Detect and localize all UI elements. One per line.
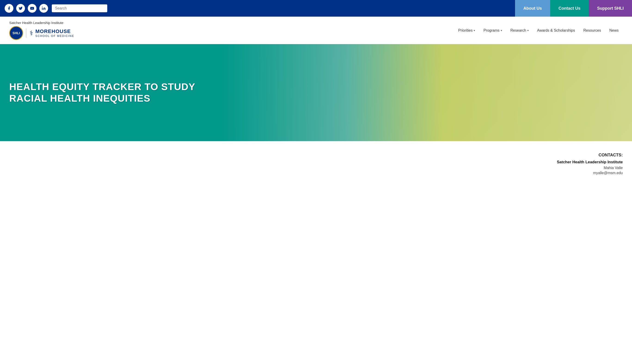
nav-research[interactable]: Research ▾ [506, 26, 533, 34]
about-us-button[interactable]: About Us [515, 0, 550, 17]
facebook-icon[interactable] [5, 4, 14, 13]
morehouse-sub: SCHOOL OF MEDICINE [35, 34, 74, 38]
chevron-down-icon: ▾ [527, 29, 529, 32]
contacts-email: myalle@msm.edu [535, 171, 623, 175]
morehouse-text-group: MOREHOUSE SCHOOL OF MEDICINE [35, 28, 74, 38]
nav-awards-scholarships[interactable]: Awards & Scholarships [533, 26, 579, 34]
contacts-org: Satcher Health Leadership Institute [535, 160, 623, 164]
linkedin-icon[interactable] [39, 4, 48, 13]
logo-area: Satcher Health Leadership Institute SHLI… [9, 21, 74, 40]
contacts-block: CONTACTS: Satcher Health Leadership Inst… [535, 153, 623, 175]
morehouse-caduceus-icon: ⚕ [30, 29, 33, 37]
logo-combined: SHLI ⚕ MOREHOUSE SCHOOL OF MEDICINE [9, 26, 74, 40]
hero-content: HEALTH EQUITY TRACKER TO STUDY RACIAL HE… [0, 81, 226, 104]
svg-point-2 [42, 7, 43, 8]
main-nav: Priorities ▾ Programs ▾ Research ▾ Award… [454, 26, 623, 34]
top-bar: About Us Contact Us Support SHLI [0, 0, 632, 17]
hero-section: HEALTH EQUITY TRACKER TO STUDY RACIAL HE… [0, 44, 632, 141]
nav-resources[interactable]: Resources [579, 26, 605, 34]
shli-badge: SHLI [9, 26, 23, 40]
top-bar-buttons: About Us Contact Us Support SHLI [515, 0, 632, 17]
chevron-down-icon: ▾ [474, 29, 475, 32]
contact-us-button[interactable]: Contact Us [550, 0, 589, 17]
morehouse-logo: ⚕ MOREHOUSE SCHOOL OF MEDICINE [26, 28, 74, 38]
content-section: CONTACTS: Satcher Health Leadership Inst… [0, 141, 632, 186]
nav-priorities[interactable]: Priorities ▾ [454, 26, 479, 34]
support-shli-button[interactable]: Support SHLI [589, 0, 632, 17]
nav-news[interactable]: News [605, 26, 623, 34]
twitter-icon[interactable] [16, 4, 25, 13]
logo-nav-bar: Satcher Health Leadership Institute SHLI… [0, 17, 632, 44]
contacts-label: CONTACTS: [535, 153, 623, 158]
nav-programs[interactable]: Programs ▾ [479, 26, 506, 34]
search-input[interactable] [52, 4, 107, 12]
youtube-icon[interactable] [28, 4, 37, 13]
social-icons [5, 4, 48, 13]
svg-rect-1 [42, 8, 43, 10]
hero-title: HEALTH EQUITY TRACKER TO STUDY RACIAL HE… [9, 81, 217, 104]
logo-tagline: Satcher Health Leadership Institute [9, 21, 63, 25]
chevron-down-icon: ▾ [501, 29, 502, 32]
shli-text: SHLI [13, 31, 20, 35]
search-box[interactable] [52, 4, 107, 12]
contacts-name: Mahia Valle [535, 166, 623, 170]
morehouse-name: MOREHOUSE [35, 28, 74, 34]
top-bar-left [5, 4, 107, 13]
